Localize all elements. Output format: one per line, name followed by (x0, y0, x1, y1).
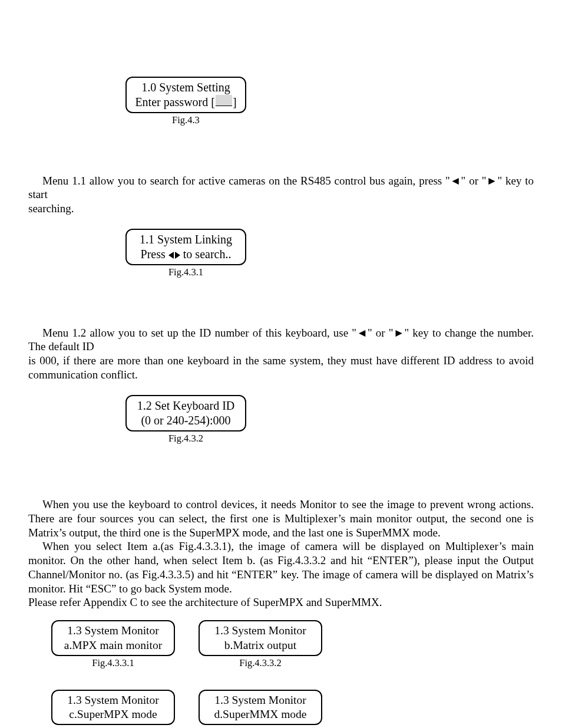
figure-4-3-3-3: 1.3 System Monitor c.SuperMPX mode Fig.4… (42, 690, 184, 729)
left-arrow-icon: ◄ (450, 174, 461, 187)
lcd-line-1: 1.2 Set Keyboard ID (134, 398, 238, 413)
lcd-line-2: a.MPX main monitor (59, 638, 167, 653)
svg-marker-0 (168, 252, 174, 259)
paragraph-menu-1-1: Menu 1.1 allow you to search for active … (28, 174, 534, 202)
paragraph-menu-1-2: Menu 1.2 allow you to set up the ID numb… (28, 326, 534, 354)
figure-4-3-3-4: 1.3 System Monitor d.SuperMMX mode Fig.4… (190, 690, 331, 729)
left-arrow-icon: ◄ (356, 327, 368, 339)
figure-4-3-2: 1.2 Set Keyboard ID (0 or 240-254):000 F… (28, 395, 534, 445)
lcd-display: 1.3 System Monitor b.Matrix output (199, 620, 322, 656)
figure-caption: Fig.4.3.2 (125, 433, 246, 445)
paragraph-1-3-a: When you use the keyboard to control dev… (28, 498, 534, 539)
paragraph-menu-1-1-cont: searching. (28, 202, 534, 216)
lcd-line-1: 1.3 System Monitor (207, 693, 314, 707)
lcd-display: 1.3 System Monitor d.SuperMMX mode (199, 690, 322, 726)
lcd-line-2: Press to search.. (134, 247, 238, 262)
lcd-display: 1.3 System Monitor a.MPX main monitor (51, 620, 175, 656)
lcd-display: 1.0 System Setting Enter password [] (125, 77, 246, 113)
paragraph-menu-1-2-cont: is 000, if there are more than one keybo… (28, 354, 534, 382)
left-right-arrow-icon (168, 252, 180, 259)
figure-caption: Fig.4.3.3.2 (239, 657, 282, 670)
figure-4-3-1: 1.1 System Linking Press to search.. Fig… (28, 229, 534, 279)
lcd-line-1: 1.1 System Linking (134, 232, 238, 247)
lcd-line-2: c.SuperMPX mode (59, 707, 167, 722)
password-field-box (216, 95, 232, 106)
lcd-display: 1.2 Set Keyboard ID (0 or 240-254):000 (125, 395, 246, 431)
lcd-line-1: 1.3 System Monitor (207, 624, 314, 638)
lcd-line-1: 1.3 System Monitor (59, 624, 167, 638)
svg-marker-1 (175, 252, 180, 259)
lcd-display: 1.3 System Monitor c.SuperMPX mode (51, 690, 175, 726)
lcd-line-2: d.SuperMMX mode (207, 707, 314, 722)
figure-caption: Fig.4.3 (125, 114, 246, 127)
lcd-line-2: (0 or 240-254):000 (134, 413, 238, 428)
lcd-line-2: b.Matrix output (207, 638, 314, 653)
paragraph-1-3-c: Please refer Appendix C to see the archi… (28, 595, 534, 610)
lcd-display: 1.1 System Linking Press to search.. (125, 229, 246, 265)
lcd-line-1: 1.0 System Setting (134, 80, 238, 95)
figure-caption: Fig.4.3.3.1 (92, 657, 134, 670)
figure-4-3-3-1: 1.3 System Monitor a.MPX main monitor Fi… (42, 620, 184, 669)
figure-4-3-3-2: 1.3 System Monitor b.Matrix output Fig.4… (190, 620, 331, 669)
lcd-line-1: 1.3 System Monitor (59, 693, 167, 707)
figure-4-3: 1.0 System Setting Enter password [] Fig… (28, 77, 534, 127)
paragraph-1-3-b: When you select Item a.(as Fig.4.3.3.1),… (28, 539, 534, 595)
figure-grid-4-3-3: 1.3 System Monitor a.MPX main monitor Fi… (42, 620, 534, 728)
figure-caption: Fig.4.3.1 (125, 266, 246, 279)
right-arrow-icon: ► (394, 327, 405, 339)
right-arrow-icon: ► (487, 174, 498, 187)
lcd-line-2: Enter password [] (134, 95, 238, 110)
